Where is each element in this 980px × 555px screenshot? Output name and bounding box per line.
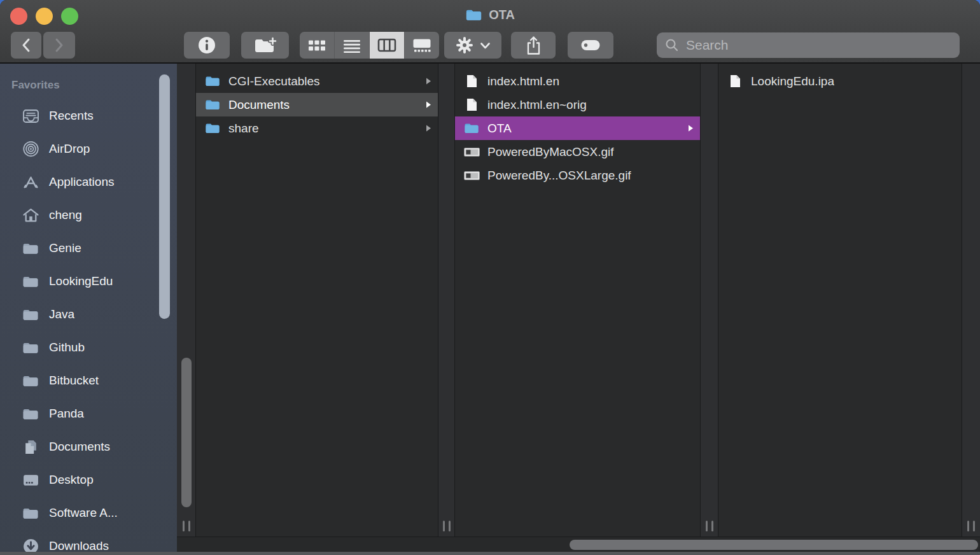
file-row[interactable]: PoweredByMacOSX.gif xyxy=(455,140,700,164)
sidebar-item-label: Recents xyxy=(49,109,94,123)
folder-icon xyxy=(22,308,39,321)
file-row[interactable]: OTA xyxy=(455,116,700,140)
folder-icon xyxy=(463,122,480,134)
chevron-right-icon xyxy=(54,38,64,53)
back-button[interactable] xyxy=(11,32,41,59)
sidebar-item-github[interactable]: Github xyxy=(0,331,177,364)
column-resize-handle[interactable] xyxy=(443,521,451,531)
sidebar-item-software-a[interactable]: Software A... xyxy=(0,496,177,530)
documents-icon xyxy=(22,439,39,455)
file-row[interactable]: CGI-Executables xyxy=(196,69,438,93)
view-as-icons-button[interactable] xyxy=(300,32,335,59)
applications-icon xyxy=(22,174,39,190)
folder-icon xyxy=(22,275,39,288)
home-icon xyxy=(22,207,39,223)
folder-icon xyxy=(22,341,39,355)
sidebar-item-label: Java xyxy=(49,307,74,321)
file-name: index.html.en~orig xyxy=(487,98,587,112)
view-as-list-button[interactable] xyxy=(335,32,370,59)
gear-icon xyxy=(455,36,474,55)
search-icon xyxy=(665,38,679,52)
file-name: PoweredBy...OSXLarge.gif xyxy=(487,169,631,183)
column-resize-handle[interactable] xyxy=(183,521,190,531)
forward-button[interactable] xyxy=(43,32,75,59)
view-as-gallery-button[interactable] xyxy=(405,32,439,59)
column-resize-handle[interactable] xyxy=(706,521,713,531)
horizontal-scrollbar[interactable] xyxy=(570,540,978,550)
file-icon xyxy=(727,74,743,88)
sidebar-item-desktop[interactable]: Desktop xyxy=(0,463,177,496)
file-name: index.html.en xyxy=(487,74,559,88)
close-button[interactable] xyxy=(10,8,27,25)
sidebar-item-bitbucket[interactable]: Bitbucket xyxy=(0,364,177,397)
tag-button[interactable] xyxy=(568,32,613,59)
file-row[interactable]: index.html.en~orig xyxy=(455,93,700,116)
sidebar-item-documents[interactable]: Documents xyxy=(0,430,177,463)
chevron-right-icon xyxy=(688,124,694,132)
sidebar-item-label: Downloads xyxy=(49,539,109,553)
chevron-down-icon xyxy=(480,41,491,50)
finder-window: OTA xyxy=(0,0,980,555)
sidebar-item-lookingedu[interactable]: LookingEdu xyxy=(0,265,177,298)
window-bottom-edge xyxy=(0,552,980,555)
column-divider xyxy=(177,64,196,537)
sidebar-item-label: Documents xyxy=(49,440,110,454)
column-divider xyxy=(700,64,718,537)
file-name: LookingEdu.ipa xyxy=(751,74,834,88)
sidebar-item-java[interactable]: Java xyxy=(0,298,177,331)
chevron-left-icon xyxy=(21,38,31,53)
sidebar: Favorites RecentsAirDropApplicationschen… xyxy=(0,64,177,555)
sidebar-item-downloads[interactable]: Downloads xyxy=(0,530,177,555)
sidebar-item-airdrop[interactable]: AirDrop xyxy=(0,132,177,165)
sidebar-list: RecentsAirDropApplicationschengGenieLook… xyxy=(0,99,177,555)
share-icon xyxy=(525,36,542,55)
sidebar-item-label: Software A... xyxy=(49,506,118,520)
get-info-button[interactable] xyxy=(184,32,230,59)
file-row[interactable]: share xyxy=(196,116,438,140)
sidebar-item-label: Bitbucket xyxy=(49,374,99,388)
sidebar-item-cheng[interactable]: cheng xyxy=(0,199,177,232)
minimize-button[interactable] xyxy=(36,8,53,25)
file-row[interactable]: index.html.en xyxy=(455,69,700,93)
file-row[interactable]: Documents xyxy=(196,93,438,116)
window-title-text: OTA xyxy=(489,8,515,22)
icon-view-icon xyxy=(307,38,327,53)
sidebar-item-panda[interactable]: Panda xyxy=(0,397,177,430)
file-name: share xyxy=(228,122,259,136)
info-icon xyxy=(197,36,216,55)
sidebar-item-label: Genie xyxy=(49,241,81,255)
sidebar-item-label: Applications xyxy=(49,175,114,189)
action-menu-button[interactable] xyxy=(444,32,501,59)
tag-icon xyxy=(580,38,601,52)
share-button[interactable] xyxy=(511,32,556,59)
sidebar-item-genie[interactable]: Genie xyxy=(0,232,177,265)
folder-icon xyxy=(204,122,221,134)
folder-icon xyxy=(204,75,221,87)
column-resize-handle[interactable] xyxy=(967,521,975,531)
gif-icon xyxy=(463,171,480,180)
sidebar-item-label: cheng xyxy=(49,208,82,222)
sidebar-item-applications[interactable]: Applications xyxy=(0,165,177,199)
window-title: OTA xyxy=(0,4,980,25)
column-2: index.html.enindex.html.en~origOTAPowere… xyxy=(455,64,700,537)
view-as-columns-button[interactable] xyxy=(370,32,405,59)
zoom-button[interactable] xyxy=(61,8,78,25)
new-folder-button[interactable] xyxy=(241,32,289,59)
sidebar-item-label: Github xyxy=(49,341,85,355)
file-row[interactable]: PoweredBy...OSXLarge.gif xyxy=(455,164,700,187)
sidebar-scrollbar[interactable] xyxy=(159,74,170,319)
search-input[interactable] xyxy=(685,32,952,58)
list-view-icon xyxy=(342,38,362,53)
title-bar: OTA xyxy=(0,0,980,64)
file-row[interactable]: LookingEdu.ipa xyxy=(718,69,962,93)
vertical-scrollbar[interactable] xyxy=(181,358,192,507)
file-name: Documents xyxy=(228,98,290,112)
sidebar-item-recents[interactable]: Recents xyxy=(0,99,177,132)
folder-icon xyxy=(465,8,482,22)
search-field xyxy=(657,32,960,58)
chevron-right-icon xyxy=(426,101,431,109)
recents-icon xyxy=(22,109,39,123)
column-view: CGI-ExecutablesDocumentsshare index.html… xyxy=(177,64,980,537)
column-1: CGI-ExecutablesDocumentsshare xyxy=(196,64,438,537)
gallery-view-icon xyxy=(411,37,433,53)
